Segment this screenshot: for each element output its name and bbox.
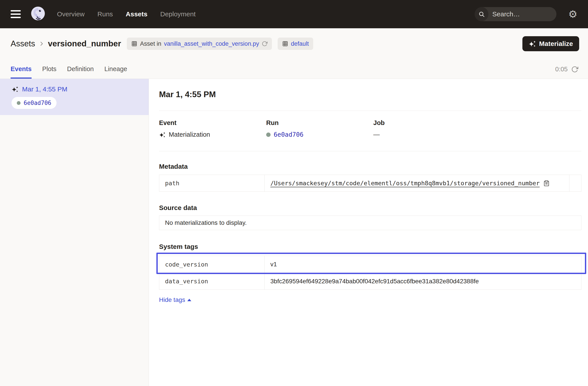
materialization-sparkle-icon (11, 86, 19, 93)
breadcrumb: Assets versioned_number (11, 39, 121, 48)
event-detail-panel: Mar 1, 4:55 PM Event Materialization Run (149, 79, 588, 386)
sparkles-icon (528, 40, 536, 47)
reload-location-icon[interactable] (262, 41, 268, 47)
nav-assets[interactable]: Assets (126, 10, 147, 18)
metadata-heading: Metadata (159, 163, 581, 170)
job-value: — (373, 131, 380, 138)
materialize-label: Materialize (539, 40, 573, 47)
source-data-heading: Source data (159, 204, 581, 212)
table-row-data-version: data_version 3bfc269594ef649228e9a74bab0… (159, 273, 581, 289)
run-chip[interactable]: 6e0ad706 (11, 97, 57, 109)
materialization-sparkle-icon (159, 131, 166, 138)
tab-lineage[interactable]: Lineage (105, 65, 127, 79)
grid-icon (131, 41, 137, 47)
refresh-icon[interactable] (571, 66, 578, 73)
tag-key: code_version (159, 256, 265, 273)
system-tags-table: code_version v1 data_version 3bfc269594e… (159, 256, 581, 290)
asset-definition-badge: Asset in vanilla_asset_with_code_version… (127, 38, 272, 50)
divider (159, 151, 581, 151)
chevron-right-icon (39, 41, 44, 47)
settings-gear-icon[interactable]: ⚙ (568, 9, 577, 19)
event-detail-title: Mar 1, 4:55 PM (159, 90, 581, 99)
hide-tags-label: Hide tags (159, 296, 185, 304)
tag-value: v1 (265, 256, 581, 273)
run-status-dot (266, 132, 271, 137)
search-box[interactable]: / (475, 7, 556, 21)
copy-icon[interactable] (543, 180, 550, 187)
job-column: Job — (373, 119, 581, 138)
metadata-key: path (159, 175, 265, 191)
search-input[interactable] (488, 10, 556, 18)
run-id: 6e0ad706 (24, 100, 51, 106)
source-data-empty-state: No materializations to display. (159, 216, 581, 230)
materialize-button[interactable]: Materialize (522, 36, 579, 51)
tab-definition[interactable]: Definition (67, 65, 94, 79)
metadata-actions-gutter (569, 175, 581, 191)
asset-tabs: Events Plots Definition Lineage (11, 65, 127, 79)
run-column: Run 6e0ad706 (266, 119, 373, 138)
nav-deployment[interactable]: Deployment (160, 10, 195, 18)
run-label: Run (266, 119, 373, 126)
group-default-link[interactable]: default (291, 41, 309, 47)
asset-in-label: Asset in (140, 41, 161, 47)
table-row-code-version: code_version v1 (159, 256, 581, 273)
triangle-up-icon (187, 299, 191, 301)
event-list-item-selected[interactable]: Mar 1, 4:55 PM 6e0ad706 (0, 79, 149, 115)
job-label: Job (373, 119, 581, 126)
asset-name: versioned_number (48, 39, 121, 48)
metadata-path-link[interactable]: /Users/smackesey/stm/code/elementl/oss/t… (270, 180, 540, 187)
event-label: Event (159, 119, 266, 126)
refresh-status: 0:05 (555, 66, 578, 73)
run-id-link[interactable]: 6e0ad706 (274, 131, 303, 138)
breadcrumb-assets-link[interactable]: Assets (11, 39, 35, 48)
event-column: Event Materialization (159, 119, 266, 138)
search-icon (475, 7, 488, 21)
primary-nav: Overview Runs Assets Deployment (57, 10, 196, 18)
run-status-dot (17, 101, 21, 105)
metadata-table: path /Users/smackesey/stm/code/elementl/… (159, 175, 581, 192)
refresh-countdown: 0:05 (555, 66, 568, 73)
nav-overview[interactable]: Overview (57, 10, 84, 18)
divider (159, 111, 581, 111)
top-nav: Overview Runs Assets Deployment / ⚙ (0, 0, 588, 28)
asset-header: Assets versioned_number Asset in vanilla… (0, 28, 588, 79)
hide-tags-toggle[interactable]: Hide tags (159, 296, 191, 304)
event-timestamp: Mar 1, 4:55 PM (22, 85, 67, 93)
event-type-value: Materialization (169, 131, 210, 138)
dagster-logo-icon[interactable] (30, 6, 46, 22)
nav-runs[interactable]: Runs (97, 10, 113, 18)
tab-events[interactable]: Events (11, 65, 32, 79)
grid-icon (282, 41, 288, 47)
system-tags-heading: System tags (159, 243, 581, 250)
tab-plots[interactable]: Plots (42, 65, 56, 79)
asset-group-badge: default (278, 38, 313, 50)
code-location-link[interactable]: vanilla_asset_with_code_version.py (164, 41, 259, 47)
event-list-sidebar: Mar 1, 4:55 PM 6e0ad706 (0, 79, 149, 386)
menu-icon[interactable] (11, 10, 22, 18)
tag-key: data_version (159, 273, 265, 289)
tag-value: 3bfc269594ef649228e9a74bab00f042efc91d5a… (265, 273, 581, 289)
